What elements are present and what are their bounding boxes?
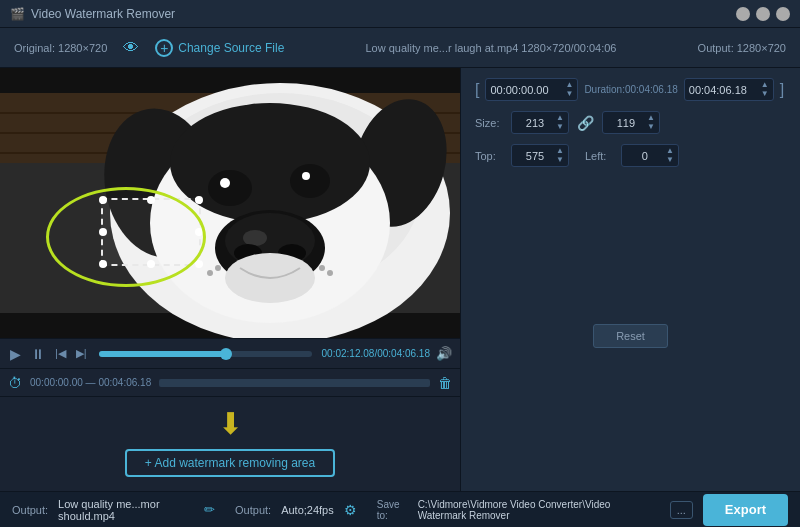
start-time-spinners: ▲ ▼ [565,81,573,98]
svg-point-24 [327,270,333,276]
right-panel: [ ▲ ▼ Duration:00:04:06.18 ▲ ▼ ] Size: [460,68,800,491]
app-title-area: 🎬 Video Watermark Remover [10,7,175,21]
app-icon: 🎬 [10,7,25,21]
top-input[interactable] [516,150,554,162]
minimize-button[interactable] [736,7,750,21]
svg-point-14 [302,172,310,180]
height-down[interactable]: ▼ [647,123,655,131]
svg-point-12 [290,164,330,198]
left-input-wrap: ▲ ▼ [621,144,679,167]
bracket-open: [ [475,81,479,99]
left-label: Left: [585,150,613,162]
top-spinners: ▲ ▼ [556,147,564,164]
maximize-button[interactable] [756,7,770,21]
edit-icon[interactable]: ✏ [204,502,215,517]
play-button[interactable]: ▶ [8,346,23,362]
height-up[interactable]: ▲ [647,114,655,122]
close-button[interactable] [776,7,790,21]
skip-forward-button[interactable]: ▶| [74,347,89,360]
svg-point-17 [243,230,267,246]
time-range-row: [ ▲ ▼ Duration:00:04:06.18 ▲ ▼ ] [475,78,786,101]
volume-icon[interactable]: 🔊 [436,346,452,361]
position-row: Top: ▲ ▼ Left: ▲ ▼ [475,144,786,167]
change-source-label: Change Source File [178,41,284,55]
output-file-label: Output: [12,504,48,516]
save-to-label: Save to: [377,499,408,521]
plus-circle-icon: + [155,39,173,57]
left-input[interactable] [626,150,664,162]
output-resolution-label: Output: 1280×720 [698,42,786,54]
progress-bar[interactable] [99,351,312,357]
bracket-close: ] [780,81,784,99]
top-up[interactable]: ▲ [556,147,564,155]
size-row: Size: ▲ ▼ 🔗 ▲ ▼ [475,111,786,134]
title-bar: 🎬 Video Watermark Remover [0,0,800,28]
start-time-input[interactable] [490,84,565,96]
pause-button[interactable]: ⏸ [29,346,47,362]
output-format-label: Output: [235,504,271,516]
eye-icon[interactable]: 👁 [123,39,139,57]
width-down[interactable]: ▼ [556,123,564,131]
skip-back-button[interactable]: |◀ [53,347,68,360]
svg-point-13 [220,178,230,188]
settings-icon[interactable]: ⚙ [344,502,357,518]
top-label: Top: [475,150,503,162]
top-down[interactable]: ▼ [556,156,564,164]
svg-point-22 [207,270,213,276]
window-controls[interactable] [736,7,790,21]
left-up[interactable]: ▲ [666,147,674,155]
original-resolution-label: Original: 1280×720 [14,42,107,54]
browse-button[interactable]: ... [670,501,693,519]
timeline-icon: ⏱ [8,375,22,391]
timeline-bar[interactable] [159,379,430,387]
width-input[interactable] [516,117,554,129]
output-format-value: Auto;24fps [281,504,334,516]
svg-point-21 [215,265,221,271]
down-arrow-icon: ⬇ [218,409,243,439]
svg-point-23 [319,265,325,271]
left-down[interactable]: ▼ [666,156,674,164]
end-time-spinners: ▲ ▼ [761,81,769,98]
video-area: ▶ ⏸ |◀ ▶| 00:02:12.08/00:04:06.18 🔊 ⏱ 00… [0,68,460,491]
reset-button[interactable]: Reset [593,324,668,348]
height-input-wrap: ▲ ▼ [602,111,660,134]
left-spinners: ▲ ▼ [666,147,674,164]
reset-row: Reset [475,177,786,481]
height-input[interactable] [607,117,645,129]
bottom-bar: Output: Low quality me...mor should.mp4 … [0,491,800,527]
start-time-input-wrap: ▲ ▼ [485,78,578,101]
start-time-up[interactable]: ▲ [565,81,573,89]
progress-thumb[interactable] [220,348,232,360]
end-time-input-wrap: ▲ ▼ [684,78,774,101]
svg-point-10 [170,103,370,223]
time-display: 00:02:12.08/00:04:06.18 [322,348,430,359]
change-source-button[interactable]: + Change Source File [155,39,284,57]
export-button[interactable]: Export [703,494,788,526]
progress-fill [99,351,227,357]
end-time-input[interactable] [689,84,759,96]
trash-icon[interactable]: 🗑 [438,375,452,391]
add-watermark-label: + Add watermark removing area [145,456,315,470]
file-info-label: Low quality me...r laugh at.mp4 1280×720… [300,42,681,54]
link-icon[interactable]: 🔗 [577,115,594,131]
header-bar: Original: 1280×720 👁 + Change Source Fil… [0,28,800,68]
add-watermark-area: ⬇ + Add watermark removing area [0,396,460,491]
add-watermark-button[interactable]: + Add watermark removing area [125,449,335,477]
playback-controls: ▶ ⏸ |◀ ▶| 00:02:12.08/00:04:06.18 🔊 [0,338,460,368]
start-time-down[interactable]: ▼ [565,90,573,98]
video-content [0,68,460,338]
top-input-wrap: ▲ ▼ [511,144,569,167]
output-file-name: Low quality me...mor should.mp4 [58,498,194,522]
height-spinners: ▲ ▼ [647,114,655,131]
width-input-wrap: ▲ ▼ [511,111,569,134]
end-time-down[interactable]: ▼ [761,90,769,98]
end-time-up[interactable]: ▲ [761,81,769,89]
save-path: C:\Vidmore\Vidmore Video Converter\Video… [418,499,660,521]
svg-point-11 [208,170,252,206]
duration-label: Duration:00:04:06.18 [584,84,677,95]
timeline-strip: ⏱ 00:00:00.00 — 00:04:06.18 🗑 [0,368,460,396]
width-spinners: ▲ ▼ [556,114,564,131]
video-frame[interactable] [0,68,460,338]
timeline-time-range: 00:00:00.00 — 00:04:06.18 [30,377,151,388]
width-up[interactable]: ▲ [556,114,564,122]
